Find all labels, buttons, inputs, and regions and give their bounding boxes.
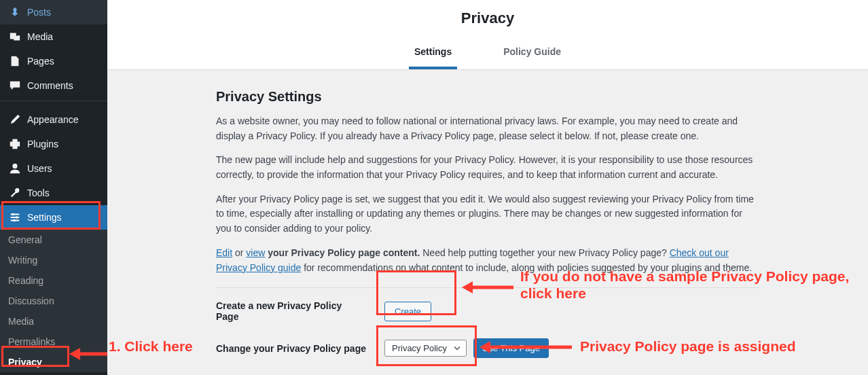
create-button[interactable]: Create — [384, 302, 431, 321]
wrench-icon — [8, 186, 22, 200]
tabs: Settings Policy Guide — [107, 39, 868, 69]
sidebar-item-posts[interactable]: Posts — [0, 0, 107, 24]
create-row: Create a new Privacy Policy Page Create — [216, 300, 841, 322]
svg-point-2 — [16, 216, 18, 219]
create-label: Create a new Privacy Policy Page — [216, 300, 367, 322]
sidebar-item-plugins[interactable]: Plugins — [0, 132, 107, 156]
menu-separator — [0, 101, 107, 105]
submenu-media[interactable]: Media — [0, 311, 107, 332]
sliders-icon — [8, 211, 22, 224]
sidebar-item-appearance[interactable]: Appearance — [0, 107, 107, 132]
settings-submenu: General Writing Reading Discussion Media… — [0, 230, 107, 372]
sidebar-item-label: Tools — [27, 188, 99, 198]
content-body: Privacy Settings As a website owner, you… — [107, 70, 868, 375]
admin-sidebar: Posts Media Pages Comments Appearance Pl… — [0, 0, 107, 375]
svg-point-3 — [13, 219, 16, 222]
submenu-discussion[interactable]: Discussion — [0, 291, 107, 311]
tab-settings[interactable]: Settings — [409, 39, 457, 69]
plugin-icon — [8, 137, 22, 151]
intro-paragraph-1: As a website owner, you may need to foll… — [216, 114, 759, 143]
sidebar-item-label: Comments — [27, 80, 99, 91]
sidebar-item-users[interactable]: Users — [0, 156, 107, 181]
sidebar-item-pages[interactable]: Pages — [0, 49, 107, 73]
sidebar-item-tools[interactable]: Tools — [0, 181, 107, 205]
sidebar-item-label: Settings — [27, 212, 99, 223]
edit-link[interactable]: Edit — [216, 247, 232, 258]
change-label: Change your Privacy Policy page — [216, 343, 367, 354]
submenu-permalinks[interactable]: Permalinks — [0, 332, 107, 352]
sidebar-item-label: Plugins — [27, 139, 99, 149]
change-row: Change your Privacy Policy page Privacy … — [216, 338, 841, 358]
section-title: Privacy Settings — [216, 89, 841, 105]
user-icon — [8, 162, 22, 175]
divider — [216, 287, 759, 288]
submenu-reading[interactable]: Reading — [0, 270, 107, 291]
submenu-general[interactable]: General — [0, 230, 107, 250]
intro-paragraph-2: The new page will include help and sugge… — [216, 153, 759, 182]
media-icon — [8, 30, 22, 43]
use-this-page-button[interactable]: Use This Page — [473, 338, 549, 358]
tab-policy-guide[interactable]: Policy Guide — [498, 39, 566, 69]
comment-icon — [8, 79, 22, 92]
sidebar-item-label: Appearance — [27, 114, 99, 125]
privacy-page-select[interactable]: Privacy Policy — [384, 340, 467, 357]
select-value: Privacy Policy — [392, 343, 447, 353]
submenu-writing[interactable]: Writing — [0, 250, 107, 270]
sidebar-item-label: Users — [27, 163, 99, 174]
sidebar-item-label: Media — [27, 31, 99, 42]
pin-icon — [8, 5, 22, 19]
intro-paragraph-3: After your Privacy Policy page is set, w… — [216, 192, 759, 236]
sidebar-item-settings[interactable]: Settings — [0, 205, 107, 230]
sidebar-item-label: Pages — [27, 56, 99, 67]
page-header: Privacy Settings Policy Guide — [107, 0, 868, 70]
svg-point-0 — [12, 164, 17, 168]
page-icon — [8, 54, 22, 68]
sidebar-item-media[interactable]: Media — [0, 24, 107, 49]
edit-view-paragraph: Edit or view your Privacy Policy page co… — [216, 246, 759, 275]
page-title: Privacy — [107, 10, 868, 27]
main-content-area: Privacy Settings Policy Guide Privacy Se… — [107, 0, 868, 375]
sidebar-item-label: Posts — [27, 7, 99, 18]
view-link[interactable]: view — [246, 247, 265, 258]
sidebar-item-comments[interactable]: Comments — [0, 73, 107, 98]
brush-icon — [8, 113, 22, 126]
submenu-privacy[interactable]: Privacy — [0, 352, 107, 372]
chevron-down-icon — [454, 343, 460, 353]
svg-point-1 — [12, 213, 15, 216]
